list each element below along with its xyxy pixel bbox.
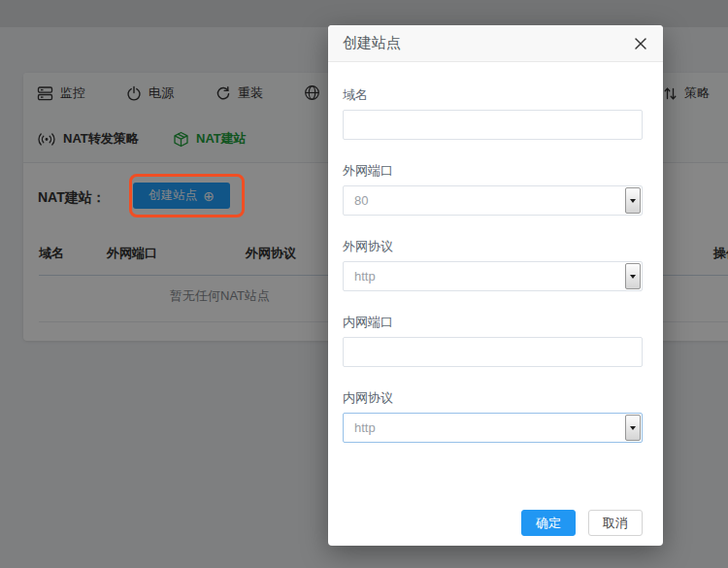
internal-port-input[interactable] <box>343 337 643 367</box>
field-label-external-protocol: 外网协议 <box>343 239 643 253</box>
internal-protocol-input[interactable] <box>343 413 643 443</box>
modal-header: 创建站点 <box>328 25 663 62</box>
external-port-input[interactable] <box>343 185 643 216</box>
field-label-domain: 域名 <box>343 87 643 102</box>
external-protocol-input[interactable] <box>343 261 643 291</box>
field-label-internal-protocol: 内网协议 <box>343 390 643 405</box>
dropdown-arrow-icon[interactable] <box>625 187 641 214</box>
dropdown-arrow-icon[interactable] <box>625 415 641 441</box>
internal-port-field-wrap <box>343 337 643 367</box>
screen: 监控 电源 重装 <box>0 0 728 568</box>
modal-footer: 确定 取消 <box>521 510 643 536</box>
field-label-external-port: 外网端口 <box>343 163 643 178</box>
external-port-field-wrap <box>343 185 643 216</box>
create-site-modal: 创建站点 域名 外网端口 外网协议 内网 <box>328 25 663 546</box>
close-icon[interactable] <box>633 36 648 51</box>
dropdown-arrow-icon[interactable] <box>625 263 641 289</box>
domain-field-wrap <box>343 110 643 140</box>
modal-title: 创建站点 <box>343 34 401 52</box>
field-label-internal-port: 内网端口 <box>343 315 643 329</box>
external-protocol-field-wrap <box>343 261 643 291</box>
domain-input[interactable] <box>343 110 643 140</box>
confirm-button[interactable]: 确定 <box>521 510 576 536</box>
highlight-annotation-box <box>129 174 245 217</box>
internal-protocol-field-wrap <box>343 413 643 443</box>
cancel-button[interactable]: 取消 <box>588 510 643 536</box>
modal-body: 域名 外网端口 外网协议 内网端口 内网协议 <box>328 62 663 443</box>
